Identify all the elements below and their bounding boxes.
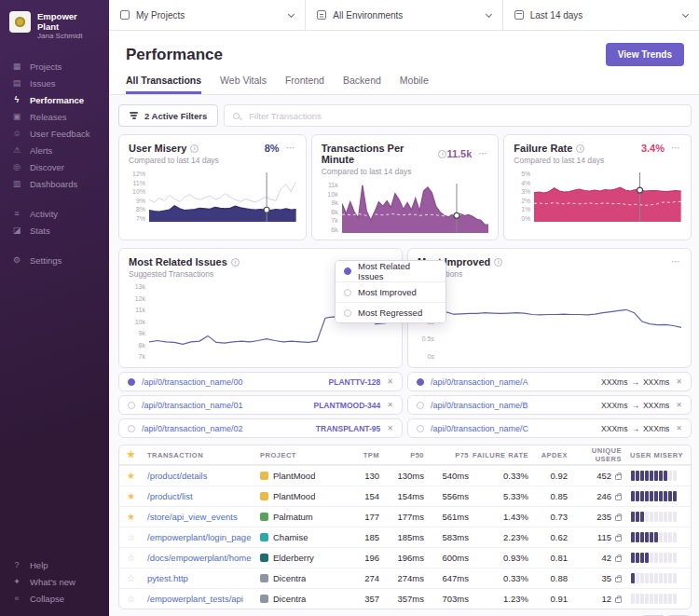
menu-option-most-improved[interactable]: Most Improved (336, 281, 445, 302)
list-item: /api/0/transaction_name/02TRANSPLANT-95✕ (118, 418, 403, 438)
menu-option-label: Most Improved (358, 287, 417, 297)
radio-button[interactable] (417, 402, 424, 409)
sidebar-item-performance[interactable]: ϟPerformance (0, 91, 109, 108)
transaction-link[interactable]: /docs/empowerplant/home (147, 553, 260, 563)
star-toggle[interactable]: ☆ (127, 554, 147, 563)
project-filter-dropdown[interactable]: My Projects (109, 0, 306, 30)
sidebar-item-issues[interactable]: ▤Issues (0, 75, 109, 91)
transaction-link[interactable]: /store/api_view_events (147, 512, 260, 522)
close-icon[interactable]: ✕ (387, 424, 393, 432)
info-icon[interactable]: i (438, 150, 446, 158)
info-icon[interactable]: i (190, 144, 199, 153)
transaction-link[interactable]: pytest.http (147, 573, 260, 583)
transaction-link[interactable]: /api/0/transaction_name/A (431, 377, 528, 387)
transaction-link[interactable]: /api/0/transaction_name/C (431, 424, 528, 433)
sidebar-item-label: Dashboards (30, 179, 77, 189)
radio-button[interactable] (344, 267, 351, 275)
card-menu-button[interactable]: ⋯ (478, 150, 488, 157)
misery-bar (631, 553, 635, 563)
radio-button[interactable] (344, 309, 351, 317)
date-filter-dropdown[interactable]: Last 14 days (503, 0, 699, 30)
radio-button[interactable] (128, 378, 135, 386)
close-icon[interactable]: ✕ (676, 377, 682, 386)
tab-all-transactions[interactable]: All Transactions (126, 75, 201, 94)
view-trends-button[interactable]: View Trends (606, 43, 684, 66)
transaction-link[interactable]: /api/0/transaction_name/00 (142, 377, 243, 387)
misery-bar (636, 532, 639, 542)
star-toggle[interactable]: ★ (127, 492, 147, 501)
widget-menu-button[interactable]: ⋯ (671, 258, 681, 266)
radio-button[interactable] (417, 378, 424, 386)
card-menu-button[interactable]: ⋯ (671, 144, 681, 152)
transaction-link[interactable]: /api/0/transaction_name/01 (142, 401, 243, 410)
sidebar-item-projects[interactable]: ▦Projects (0, 58, 109, 75)
sidebar-nav-footer: ?Help✦What's new«Collapse (0, 556, 109, 607)
sidebar-nav-main: ▦Projects▤IssuesϟPerformance▣Releases☺Us… (0, 58, 109, 192)
y-axis-tick: 8k (139, 342, 145, 349)
sidebar-item-releases[interactable]: ▣Releases (0, 108, 109, 125)
transaction-link[interactable]: /empowerplant/login_page (147, 532, 260, 542)
sidebar-item-user-feedback[interactable]: ☺User Feedback (0, 125, 109, 142)
transaction-link[interactable]: /api/0/transaction_name/02 (142, 424, 243, 433)
star-toggle[interactable]: ★ (127, 513, 147, 522)
org-switcher[interactable]: Empower Plant Jana Schmidt (0, 9, 109, 43)
table-row: ★/store/api_view_eventsPalmatum177177ms5… (119, 506, 691, 527)
y-axis-tick: 12k (135, 295, 145, 302)
close-icon[interactable]: ✕ (676, 401, 682, 409)
active-filters-button[interactable]: 2 Active Filters (118, 104, 218, 127)
close-icon[interactable]: ✕ (387, 377, 393, 386)
star-toggle[interactable]: ★ (127, 472, 147, 481)
radio-button[interactable] (128, 402, 135, 409)
sidebar-item-alerts[interactable]: ⚠Alerts (0, 142, 109, 158)
sidebar-item-label: What's new (30, 577, 75, 587)
star-toggle[interactable]: ☆ (127, 595, 147, 604)
tab-backend[interactable]: Backend (343, 75, 381, 94)
sidebar-item-activity[interactable]: ≡Activity (0, 205, 109, 222)
radio-button[interactable] (344, 289, 351, 296)
sidebar-item-discover[interactable]: ◎Discover (0, 158, 109, 175)
menu-option-most-regressed[interactable]: Most Regressed (336, 302, 445, 322)
unique-users-value: 452 (596, 471, 611, 481)
star-toggle[interactable]: ☆ (127, 533, 147, 542)
tpm-value: 177 (344, 512, 379, 522)
tab-frontend[interactable]: Frontend (285, 75, 324, 94)
transaction-link[interactable]: /product/details (147, 471, 260, 481)
sidebar-item-label: Settings (30, 255, 62, 266)
y-axis-tick: 5% (521, 171, 530, 177)
transaction-link[interactable]: /product/list (147, 491, 260, 501)
sidebar-item-settings[interactable]: ⚙Settings (0, 252, 109, 268)
unique-users-cell: 235 (568, 512, 622, 522)
user-misery-y-axis: 12%11%10%9%8%7% (129, 171, 149, 222)
misery-bar (654, 594, 658, 604)
info-icon[interactable]: i (576, 144, 584, 153)
issue-badge[interactable]: TRANSPLANT-95 (316, 424, 380, 433)
search-input[interactable] (247, 110, 682, 122)
card-menu-button[interactable]: ⋯ (286, 144, 296, 152)
sidebar-item-stats[interactable]: ◪Stats (0, 222, 109, 239)
close-icon[interactable]: ✕ (676, 424, 682, 432)
menu-option-most-related-issues[interactable]: Most Related Issues (336, 261, 445, 281)
info-icon[interactable]: i (494, 258, 502, 267)
failure-rate-value: 1.43% (469, 512, 528, 522)
duration-from: XXXms (601, 377, 627, 387)
tab-web-vitals[interactable]: Web Vitals (220, 75, 267, 94)
radio-button[interactable] (128, 425, 135, 432)
sidebar-item-what-s-new[interactable]: ✦What's new (0, 573, 109, 590)
issue-badge[interactable]: PLANTMOOD-344 (314, 401, 381, 410)
star-toggle[interactable]: ☆ (127, 574, 147, 583)
sidebar-item-dashboards[interactable]: ▥Dashboards (0, 175, 109, 192)
issue-badge[interactable]: PLANTTV-128 (329, 377, 381, 387)
transaction-link[interactable]: /api/0/transaction_name/B (431, 401, 528, 410)
radio-button[interactable] (417, 425, 424, 432)
y-axis-tick: 8% (136, 206, 145, 212)
sidebar-item-collapse[interactable]: «Collapse (0, 590, 109, 607)
sidebar-item-help[interactable]: ?Help (0, 556, 109, 573)
discover-icon: ◎ (11, 162, 22, 171)
releases-icon: ▣ (11, 112, 22, 121)
star-icon[interactable]: ★ (127, 450, 147, 459)
close-icon[interactable]: ✕ (387, 401, 393, 409)
environment-filter-dropdown[interactable]: All Environments (306, 0, 502, 30)
transaction-link[interactable]: /empowerplant_tests/api (147, 594, 260, 604)
info-icon[interactable]: i (231, 258, 240, 267)
tab-mobile[interactable]: Mobile (400, 75, 429, 94)
